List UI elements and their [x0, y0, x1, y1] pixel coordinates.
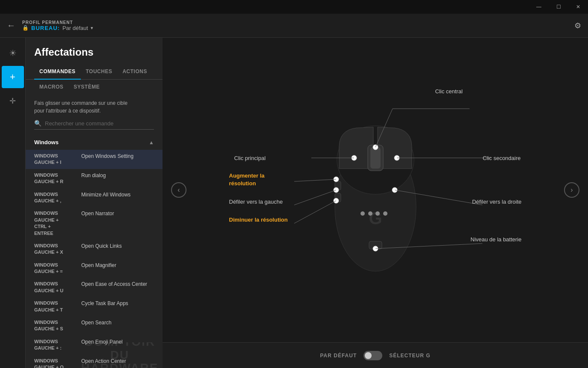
label-defiler-gauche: Défiler vers la gauche: [229, 199, 283, 205]
list-item[interactable]: WINDOWSGAUCHE + R Run dialog: [26, 169, 163, 188]
profile-permanent-label: PROFIL PERMANENT: [22, 20, 93, 25]
profile-dropdown-chevron[interactable]: ▾: [91, 25, 93, 31]
list-item[interactable]: WINDOWSGAUCHE + I Open Windows Setting: [26, 150, 163, 169]
lock-icon: 🔒: [22, 25, 29, 31]
tabs-row: COMMANDES TOUCHES ACTIONS: [26, 65, 163, 80]
maximize-button[interactable]: ☐: [549, 0, 568, 14]
profile-name-row: 🔒 BUREAU: Par défaut ▾: [22, 25, 93, 31]
command-shortcut: WINDOWSGAUCHE + :: [34, 338, 77, 352]
svg-line-27: [395, 190, 482, 205]
svg-point-14: [394, 155, 399, 160]
label-defiler-droite: Défiler vers la droite: [472, 199, 522, 205]
svg-rect-4: [335, 181, 341, 190]
svg-rect-2: [368, 145, 383, 171]
profile-info: PROFIL PERMANENT 🔒 BUREAU: Par défaut ▾: [22, 20, 93, 31]
left-arrow-icon: ‹: [177, 186, 180, 194]
svg-line-28: [375, 243, 482, 249]
topbar: ← PROFIL PERMANENT 🔒 BUREAU: Par défaut …: [0, 14, 588, 38]
drag-hint: Fais glisser une commande sur une ciblep…: [26, 96, 163, 120]
command-shortcut: WINDOWSGAUCHE + S: [34, 319, 77, 332]
light-icon: ☀: [9, 48, 17, 58]
svg-text:G: G: [369, 209, 382, 228]
tab-systeme[interactable]: SYSTÈME: [68, 81, 105, 92]
sidebar-item-light[interactable]: ☀: [2, 42, 24, 64]
windows-section-header[interactable]: Windows ▲: [26, 135, 163, 150]
command-name: Open Search: [81, 319, 112, 326]
tab-actions[interactable]: ACTIONS: [117, 65, 152, 80]
label-niveau-batterie: Niveau de la batterie: [470, 236, 521, 243]
command-shortcut: WINDOWSGAUCHE + ,: [34, 191, 77, 205]
label-augmenter-resolution: Augmenter larésolution: [229, 172, 265, 187]
svg-point-11: [383, 211, 387, 216]
command-shortcut: WINDOWSGAUCHE + I: [34, 153, 77, 166]
tab-macros[interactable]: MACROS: [34, 81, 68, 92]
minimize-button[interactable]: —: [529, 0, 549, 14]
toggle-switch[interactable]: [363, 351, 382, 360]
command-name: Open Quick Links: [81, 243, 122, 250]
svg-point-1: [337, 126, 414, 194]
svg-line-25: [294, 201, 336, 223]
defaut-label: Par défaut: [62, 25, 88, 31]
mouse-diagram-area: ‹ ›: [163, 38, 588, 342]
selecteur-g-label: SÉLECTEUR G: [389, 353, 430, 359]
command-name: Minimize All Windows: [81, 191, 130, 199]
section-windows-label: Windows: [34, 139, 59, 145]
svg-point-16: [334, 187, 339, 193]
left-panel: Affectations COMMANDES TOUCHES ACTIONS M…: [26, 38, 163, 368]
svg-rect-3: [370, 147, 381, 169]
toggle-knob: [365, 352, 372, 359]
svg-line-23: [294, 179, 336, 181]
sidebar: ☀ + ✛: [0, 38, 26, 368]
list-item[interactable]: WINDOWSGAUCHE + , Minimize All Windows: [26, 188, 163, 208]
command-name: Open Windows Setting: [81, 153, 133, 160]
list-item[interactable]: WINDOWSGAUCHE + U Open Ease of Access Ce…: [26, 278, 163, 297]
sidebar-item-dpi[interactable]: ✛: [2, 90, 24, 112]
list-item[interactable]: WINDOWSGAUCHE + = Open Magnifier: [26, 259, 163, 278]
sidebar-item-assignments[interactable]: +: [2, 66, 24, 88]
command-name: Cycle Task Bar Apps: [81, 300, 128, 307]
svg-point-13: [352, 155, 357, 160]
section-chevron-icon: ▲: [149, 139, 154, 145]
label-clic-principal: Clic principal: [234, 155, 266, 161]
command-name: Run dialog: [81, 172, 106, 179]
command-name: Open Action Center: [81, 358, 126, 365]
list-item[interactable]: WINDOWSGAUCHE + : Open Emoji Panel: [26, 335, 163, 355]
svg-point-15: [334, 177, 339, 182]
command-name: Open Emoji Panel: [81, 338, 123, 346]
search-input[interactable]: [45, 120, 154, 127]
svg-line-24: [294, 190, 336, 205]
label-clic-secondaire: Clic secondaire: [483, 155, 521, 161]
label-clic-central: Clic central: [435, 88, 463, 95]
bottom-bar: PAR DÉFAUT SÉLECTEUR G: [163, 342, 588, 368]
close-button[interactable]: ✕: [568, 0, 588, 14]
svg-point-0: [335, 143, 416, 271]
main-area: ‹ ›: [163, 38, 588, 368]
svg-point-26: [392, 187, 397, 193]
move-icon: ✛: [9, 96, 16, 106]
list-item[interactable]: WINDOWSGAUCHE + T Cycle Task Bar Apps: [26, 297, 163, 316]
list-item[interactable]: WINDOWSGAUCHE + X Open Quick Links: [26, 240, 163, 259]
tab-touches[interactable]: TOUCHES: [81, 65, 118, 80]
svg-point-18: [373, 246, 378, 251]
back-button[interactable]: ←: [7, 21, 15, 30]
svg-rect-5: [335, 193, 341, 202]
command-name: Open Narrator: [81, 210, 114, 217]
settings-icon[interactable]: ⚙: [574, 21, 581, 30]
svg-line-19: [375, 109, 393, 147]
search-box: 🔍: [34, 120, 154, 130]
command-name: Open Magnifier: [81, 262, 116, 269]
search-icon: 🔍: [34, 120, 41, 127]
command-shortcut: WINDOWSGAUCHE +CTRL +ENTREE: [34, 210, 77, 237]
next-arrow[interactable]: ›: [564, 182, 579, 198]
list-item[interactable]: WINDOWSGAUCHE +CTRL +ENTREE Open Narrato…: [26, 207, 163, 240]
tabs-row2: MACROS SYSTÈME: [26, 81, 163, 92]
tab-commandes[interactable]: COMMANDES: [34, 65, 81, 80]
right-arrow-icon: ›: [570, 186, 573, 194]
plus-icon: +: [10, 71, 15, 83]
mouse-container: G: [226, 62, 525, 318]
label-diminuer-resolution: Diminuer la résolution: [229, 217, 288, 223]
command-shortcut: WINDOWSGAUCHE + X: [34, 243, 77, 256]
list-item[interactable]: WINDOWSGAUCHE + S Open Search: [26, 316, 163, 335]
list-item[interactable]: WINDOWSGAUCHE + Q Open Action Center: [26, 355, 163, 368]
prev-arrow[interactable]: ‹: [171, 182, 186, 198]
